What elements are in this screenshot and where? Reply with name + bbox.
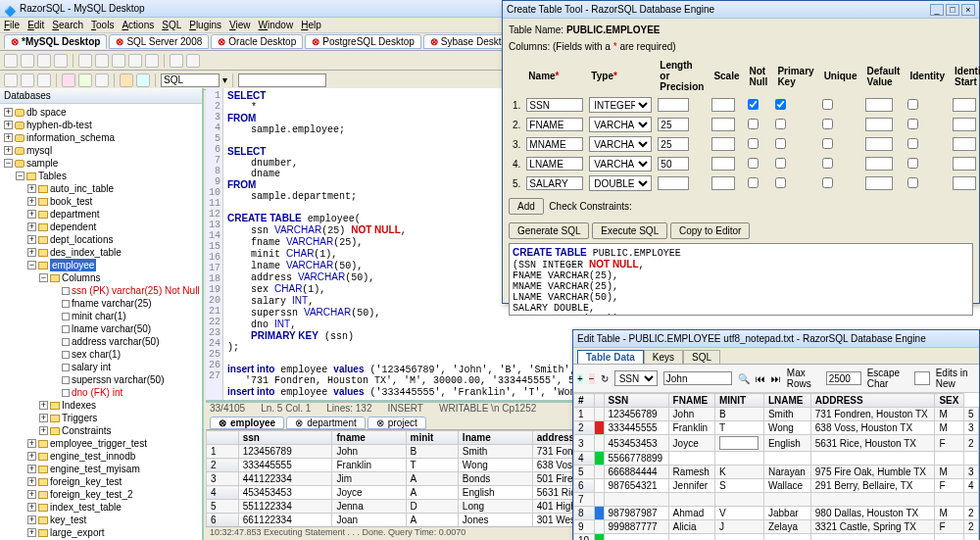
tree-node[interactable]: +mysql: [4, 144, 202, 157]
column-header[interactable]: lname: [458, 431, 532, 445]
ct-sql-preview[interactable]: CREATE TABLE PUBLIC.EMPLOYEE (SSN INTEGE…: [509, 243, 973, 316]
connection-tab[interactable]: ⊗SQL Server 2008: [109, 34, 209, 49]
tree-node[interactable]: +Constraints: [4, 424, 202, 437]
ct-idstart-field[interactable]: [953, 176, 976, 190]
ct-notnull-check[interactable]: [748, 119, 759, 129]
tree-node[interactable]: +Triggers: [4, 412, 202, 424]
toolbar-button[interactable]: [62, 74, 75, 87]
et-filter-value[interactable]: [663, 371, 732, 385]
et-maxrows-input[interactable]: [826, 371, 861, 385]
table-row[interactable]: 10: [574, 534, 979, 541]
et-grid[interactable]: #SSNFNAMEMINITLNAMEADDRESSSEX1123456789J…: [573, 393, 979, 540]
et-tab[interactable]: Keys: [644, 350, 683, 364]
ct-name-field[interactable]: [526, 118, 583, 131]
ct-default-field[interactable]: [865, 176, 893, 190]
ct-add-button[interactable]: Add: [509, 198, 544, 215]
ct-notnull-check[interactable]: [748, 138, 759, 149]
ct-execute-sql-button[interactable]: Execute SQL: [592, 222, 667, 239]
menu-actions[interactable]: Actions: [122, 18, 154, 32]
toolbar-button[interactable]: [21, 54, 34, 68]
tree-node[interactable]: +foreign_key_test_2: [4, 488, 202, 501]
toolbar-button[interactable]: [37, 74, 51, 87]
ct-length-field[interactable]: [658, 137, 689, 151]
toolbar-button[interactable]: [78, 54, 92, 68]
menu-window[interactable]: Window: [259, 18, 294, 32]
toolbar-button[interactable]: [145, 54, 159, 68]
tree-node[interactable]: superssn varchar(50): [4, 373, 202, 386]
ct-identity-check[interactable]: [907, 138, 918, 149]
table-row[interactable]: 5666884444RameshKNarayan975 Fire Oak, Hu…: [574, 466, 979, 479]
ct-name-field[interactable]: [526, 98, 583, 112]
connection-tab[interactable]: ⊗Oracle Desktop: [211, 34, 303, 49]
ct-unique-check[interactable]: [822, 119, 833, 129]
ct-type-select[interactable]: VARCHAR: [589, 156, 652, 172]
toolbar-button[interactable]: [21, 74, 34, 87]
table-row[interactable]: 1123456789JohnBSmith731 Fondren, Houston…: [574, 408, 979, 421]
result-tab[interactable]: ⊗project: [368, 417, 426, 429]
ct-identity-check[interactable]: [907, 99, 918, 110]
close-button[interactable]: ×: [961, 4, 975, 16]
table-row[interactable]: 9999887777AliciaJZelaya3321 Castle, Spri…: [574, 520, 979, 534]
column-header[interactable]: ADDRESS: [810, 394, 935, 408]
column-header[interactable]: fname: [332, 431, 406, 445]
column-header[interactable]: minit: [406, 431, 458, 445]
ct-length-field[interactable]: [658, 118, 689, 131]
tree-node[interactable]: +engine_test_myisam: [4, 463, 202, 475]
menu-file[interactable]: File: [4, 18, 20, 32]
ct-scale-field[interactable]: [711, 98, 735, 112]
table-row[interactable]: 8987987987AhmadVJabbar980 Dallas, Housto…: [574, 507, 979, 520]
tree-node[interactable]: +information_schema: [4, 131, 202, 144]
ct-unique-check[interactable]: [822, 99, 833, 110]
ct-default-field[interactable]: [865, 98, 893, 112]
menu-plugins[interactable]: Plugins: [189, 18, 221, 32]
ct-scale-field[interactable]: [711, 176, 735, 190]
toolbar-button[interactable]: [128, 54, 142, 68]
tree-node[interactable]: +large_export: [4, 526, 202, 539]
et-delete-row-button[interactable]: −: [589, 373, 595, 384]
et-filter-column[interactable]: SSN: [614, 370, 658, 386]
menu-view[interactable]: View: [229, 18, 251, 32]
tree-node[interactable]: salary int: [4, 361, 202, 373]
tree-node[interactable]: +des_index_table: [4, 246, 202, 259]
table-row[interactable]: 3453453453JoyceEnglish5631 Rice, Houston…: [574, 435, 979, 452]
ct-default-field[interactable]: [865, 118, 893, 131]
toolbar-button[interactable]: [78, 74, 92, 87]
search-input[interactable]: [238, 74, 326, 87]
ct-unique-check[interactable]: [822, 158, 833, 169]
ct-pk-check[interactable]: [775, 158, 786, 169]
et-add-row-button[interactable]: +: [577, 373, 583, 384]
tree-node[interactable]: lname varchar(50): [4, 322, 202, 335]
ct-scale-field[interactable]: [711, 118, 735, 131]
menu-search[interactable]: Search: [52, 18, 83, 32]
ct-scale-field[interactable]: [711, 157, 735, 171]
ct-length-field[interactable]: [658, 157, 689, 171]
close-icon[interactable]: ⊗: [116, 36, 123, 47]
ct-default-field[interactable]: [865, 157, 893, 171]
column-header[interactable]: [594, 394, 604, 408]
column-header[interactable]: MINIT: [714, 394, 763, 408]
tree-node[interactable]: +foreign_key_test: [4, 475, 202, 488]
tree-node[interactable]: +department: [4, 208, 202, 221]
column-header[interactable]: SEX: [935, 394, 964, 408]
connection-tab[interactable]: ⊗*MySQL Desktop: [4, 34, 107, 49]
tree-node[interactable]: dno (FK) int: [4, 386, 202, 399]
close-icon[interactable]: ⊗: [219, 417, 226, 428]
table-row[interactable]: 7: [574, 493, 979, 507]
et-last-button[interactable]: ⏭: [771, 373, 781, 384]
ct-scale-field[interactable]: [711, 137, 735, 151]
ct-identity-check[interactable]: [907, 177, 918, 188]
table-row[interactable]: 45566778899: [574, 452, 979, 466]
table-row[interactable]: 6987654321JenniferSWallace291 Berry, Bel…: [574, 479, 979, 493]
sql-combo[interactable]: [161, 74, 220, 87]
et-search-button[interactable]: 🔍: [738, 373, 750, 384]
ct-notnull-check[interactable]: [748, 158, 759, 169]
et-tab[interactable]: SQL: [683, 350, 720, 364]
connection-tab[interactable]: ⊗PostgreSQL Desktop: [305, 34, 421, 49]
tree-node[interactable]: +book_test: [4, 195, 202, 208]
ct-name-field[interactable]: [526, 157, 583, 171]
toolbar-button[interactable]: [186, 54, 200, 68]
column-header[interactable]: ssn: [238, 431, 332, 445]
tree-node[interactable]: +key_test: [4, 514, 202, 526]
ct-notnull-check[interactable]: [748, 99, 759, 110]
et-cell-editor[interactable]: [719, 436, 759, 450]
